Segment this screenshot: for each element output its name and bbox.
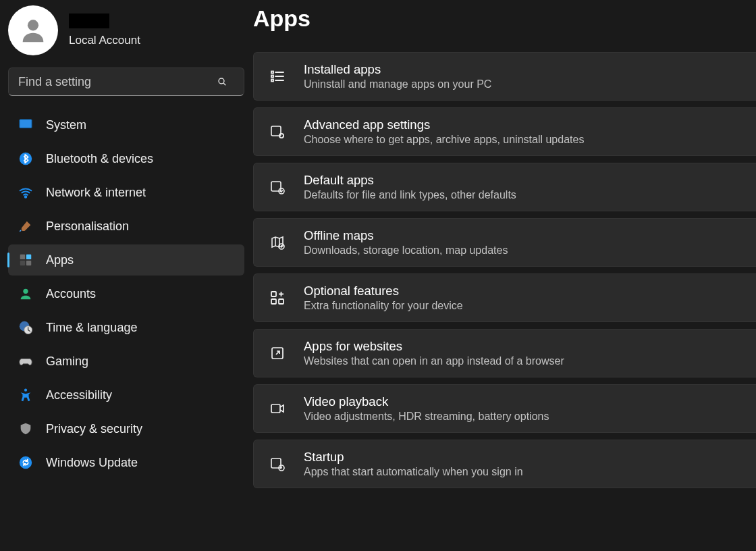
svg-rect-3 bbox=[20, 120, 32, 128]
sidebar-item-network[interactable]: Network & internet bbox=[8, 177, 244, 208]
svg-rect-31 bbox=[271, 404, 280, 413]
settings-cards: Installed apps Uninstall and manage apps… bbox=[253, 52, 756, 488]
open-link-icon bbox=[269, 344, 286, 362]
card-advanced-app-settings[interactable]: Advanced app settings Choose where to ge… bbox=[253, 107, 756, 156]
sidebar-item-time-language[interactable]: Time & language bbox=[8, 312, 244, 343]
search-field[interactable] bbox=[8, 68, 245, 96]
account-icon bbox=[18, 286, 34, 302]
card-optional-features[interactable]: Optional features Extra functionality fo… bbox=[253, 273, 756, 322]
accessibility-icon bbox=[18, 387, 34, 403]
card-installed-apps[interactable]: Installed apps Uninstall and manage apps… bbox=[253, 52, 756, 101]
avatar bbox=[8, 5, 58, 55]
svg-point-6 bbox=[25, 196, 26, 197]
card-subtitle: Choose where to get apps, archive apps, … bbox=[304, 134, 584, 146]
svg-rect-28 bbox=[271, 299, 276, 304]
card-title: Advanced app settings bbox=[304, 117, 584, 132]
startup-icon bbox=[269, 455, 286, 473]
sidebar-item-accessibility[interactable]: Accessibility bbox=[8, 379, 244, 411]
profile-text: Local Account bbox=[69, 14, 140, 47]
list-icon bbox=[269, 68, 286, 85]
sidebar-item-label: Personalisation bbox=[46, 219, 129, 234]
svg-rect-9 bbox=[20, 261, 25, 265]
card-title: Startup bbox=[304, 450, 523, 465]
card-startup[interactable]: Startup Apps that start automatically wh… bbox=[253, 440, 756, 488]
sidebar-item-label: Gaming bbox=[46, 355, 88, 369]
search-icon bbox=[217, 76, 227, 87]
add-app-icon bbox=[269, 289, 286, 307]
monitor-icon bbox=[18, 117, 34, 133]
card-title: Apps for websites bbox=[304, 339, 564, 354]
sidebar-item-label: Time & language bbox=[46, 321, 137, 335]
sidebar: Local Account System Bluetooth & devices… bbox=[0, 0, 253, 551]
profile-name bbox=[69, 14, 109, 28]
svg-point-0 bbox=[28, 20, 38, 30]
apps-icon bbox=[18, 252, 34, 268]
card-title: Installed apps bbox=[304, 62, 491, 77]
svg-rect-19 bbox=[271, 72, 273, 74]
main-content: Apps Installed apps Uninstall and manage… bbox=[253, 0, 756, 551]
sidebar-item-label: Accounts bbox=[46, 287, 96, 301]
sidebar-item-label: System bbox=[46, 118, 86, 132]
card-subtitle: Downloads, storage location, map updates bbox=[304, 244, 508, 257]
card-apps-for-websites[interactable]: Apps for websites Websites that can open… bbox=[253, 329, 756, 377]
card-subtitle: Websites that can open in an app instead… bbox=[304, 355, 564, 367]
sidebar-item-label: Accessibility bbox=[46, 388, 112, 402]
card-subtitle: Extra functionality for your device bbox=[304, 300, 463, 312]
card-subtitle: Uninstall and manage apps on your PC bbox=[304, 78, 491, 90]
person-icon bbox=[18, 15, 49, 46]
video-icon bbox=[269, 400, 286, 417]
card-title: Offline maps bbox=[304, 228, 508, 243]
app-gear-icon bbox=[269, 123, 286, 140]
svg-rect-20 bbox=[271, 76, 273, 78]
update-icon bbox=[18, 454, 34, 471]
svg-rect-27 bbox=[271, 292, 276, 296]
sidebar-item-bluetooth[interactable]: Bluetooth & devices bbox=[8, 143, 244, 174]
svg-rect-29 bbox=[279, 299, 284, 304]
sidebar-item-label: Network & internet bbox=[46, 186, 146, 200]
sidebar-item-personalisation[interactable]: Personalisation bbox=[8, 211, 244, 242]
card-default-apps[interactable]: Default apps Defaults for file and link … bbox=[253, 163, 756, 211]
sidebar-item-accounts[interactable]: Accounts bbox=[8, 278, 244, 309]
paintbrush-icon bbox=[18, 218, 34, 234]
svg-point-11 bbox=[23, 289, 28, 294]
sidebar-item-windows-update[interactable]: Windows Update bbox=[8, 447, 244, 478]
card-offline-maps[interactable]: Offline maps Downloads, storage location… bbox=[253, 218, 756, 267]
sidebar-item-label: Windows Update bbox=[46, 456, 138, 470]
card-title: Default apps bbox=[304, 173, 516, 188]
card-title: Optional features bbox=[304, 284, 463, 298]
sidebar-item-apps[interactable]: Apps bbox=[8, 244, 244, 276]
search-input[interactable] bbox=[8, 68, 244, 96]
sidebar-item-label: Apps bbox=[46, 253, 74, 267]
sidebar-nav: System Bluetooth & devices Network & int… bbox=[8, 109, 245, 481]
sidebar-item-system[interactable]: System bbox=[8, 109, 244, 140]
map-download-icon bbox=[269, 234, 286, 251]
card-video-playback[interactable]: Video playback Video adjustments, HDR st… bbox=[253, 384, 756, 433]
wifi-icon bbox=[18, 184, 34, 201]
svg-rect-21 bbox=[271, 80, 273, 82]
bluetooth-icon bbox=[18, 151, 34, 167]
card-subtitle: Apps that start automatically when you s… bbox=[304, 466, 523, 478]
svg-line-2 bbox=[223, 83, 225, 85]
shield-icon bbox=[18, 421, 34, 437]
clock-globe-icon bbox=[18, 319, 34, 336]
svg-point-15 bbox=[20, 456, 32, 469]
card-title: Video playback bbox=[304, 394, 549, 409]
card-subtitle: Defaults for file and link types, other … bbox=[304, 189, 516, 201]
app-check-icon bbox=[269, 178, 286, 196]
profile-subtitle: Local Account bbox=[69, 34, 140, 47]
gamepad-icon bbox=[18, 353, 34, 369]
sidebar-item-label: Privacy & security bbox=[46, 422, 142, 436]
page-title: Apps bbox=[253, 5, 756, 32]
sidebar-item-privacy[interactable]: Privacy & security bbox=[8, 413, 244, 444]
svg-rect-7 bbox=[20, 255, 25, 259]
sidebar-item-label: Bluetooth & devices bbox=[46, 152, 153, 166]
sidebar-item-gaming[interactable]: Gaming bbox=[8, 346, 244, 377]
svg-rect-10 bbox=[26, 261, 31, 265]
profile-block[interactable]: Local Account bbox=[8, 5, 245, 68]
svg-point-1 bbox=[219, 78, 224, 84]
svg-point-14 bbox=[24, 389, 27, 392]
card-subtitle: Video adjustments, HDR streaming, batter… bbox=[304, 411, 549, 423]
svg-rect-8 bbox=[26, 255, 31, 259]
